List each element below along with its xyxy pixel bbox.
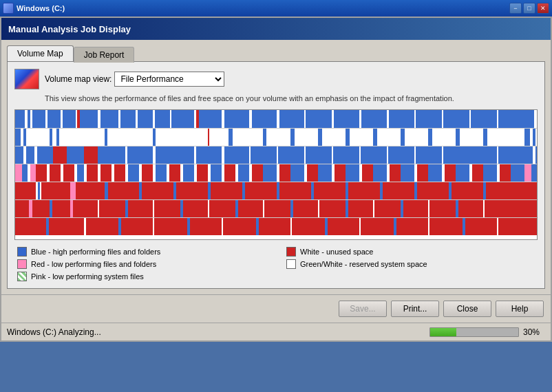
status-text: Windows (C:) Analyzing... (7, 327, 101, 337)
legend-pink-box (17, 259, 27, 269)
save-button[interactable]: Save... (339, 301, 387, 317)
print-button[interactable]: Print... (391, 301, 439, 317)
window-title: Windows (C:) (17, 4, 65, 12)
legend-white-label: Green/White - reserved system space (300, 260, 427, 268)
volume-map-icon (14, 69, 39, 89)
volume-map-display (14, 109, 538, 240)
map-row-2 (15, 128, 537, 146)
legend-greenwhite: Pink - low performing system files (17, 272, 266, 281)
legend-greenwhite-label: Pink - low performing system files (31, 272, 144, 281)
view-select[interactable]: File Performance Disk Usage File Type (114, 72, 224, 87)
progress-fill (430, 328, 456, 336)
legend-red-box (286, 247, 296, 257)
progress-wrap: 30% (429, 327, 545, 337)
close-button[interactable]: Close (443, 301, 491, 317)
window-close-button[interactable]: ✕ (537, 3, 549, 14)
legend-pink: Red - low performing files and folders (17, 259, 266, 269)
dialog-title: Manual Analysis Job Display (1, 18, 551, 40)
view-description: This view shows the performance of files… (45, 94, 538, 104)
map-row-4 (15, 164, 537, 182)
map-row-6 (15, 199, 537, 217)
tab-volume-map[interactable]: Volume Map (7, 45, 74, 61)
maximize-button[interactable]: □ (523, 3, 535, 14)
title-bar-left: Windows (C:) (3, 3, 65, 14)
map-row-7 (15, 217, 537, 235)
legend-white-box (286, 259, 296, 269)
tab-bar: Volume Map Job Report (7, 45, 545, 61)
title-bar: Windows (C:) − □ ✕ (0, 0, 552, 17)
view-selector-wrap: Volume map view: File Performance Disk U… (45, 72, 224, 87)
main-panel: Volume map view: File Performance Disk U… (7, 61, 545, 289)
map-row-1 (15, 110, 537, 128)
legend-pink-label: Red - low performing files and folders (31, 260, 156, 268)
help-button[interactable]: Help (496, 301, 544, 317)
window-icon (3, 3, 14, 14)
main-window: Manual Analysis Job Display Volume Map J… (0, 17, 552, 342)
legend-blue: Blue - high performing files and folders (17, 247, 266, 257)
legend-red: White - unused space (286, 247, 535, 257)
title-bar-controls[interactable]: − □ ✕ (509, 3, 549, 14)
minimize-button[interactable]: − (509, 3, 522, 14)
legend-blue-box (17, 247, 27, 257)
legend: Blue - high performing files and folders… (14, 247, 538, 281)
progress-label: 30% (523, 327, 545, 337)
legend-red-label: White - unused space (300, 248, 373, 256)
legend-blue-label: Blue - high performing files and folders (31, 248, 160, 256)
legend-greenwhite-box (17, 272, 27, 281)
legend-white: Green/White - reserved system space (286, 259, 535, 269)
content-area: Volume Map Job Report Volume map view: F… (1, 40, 551, 294)
progress-bar (429, 327, 519, 337)
button-bar: Save... Print... Close Help (1, 294, 551, 323)
view-label: Volume map view: (45, 74, 112, 84)
status-bar: Windows (C:) Analyzing... 30% (1, 323, 551, 340)
map-row-5 (15, 182, 537, 199)
map-row-3 (15, 146, 537, 164)
tab-job-report[interactable]: Job Report (74, 47, 135, 63)
volume-map-header: Volume map view: File Performance Disk U… (14, 69, 538, 89)
